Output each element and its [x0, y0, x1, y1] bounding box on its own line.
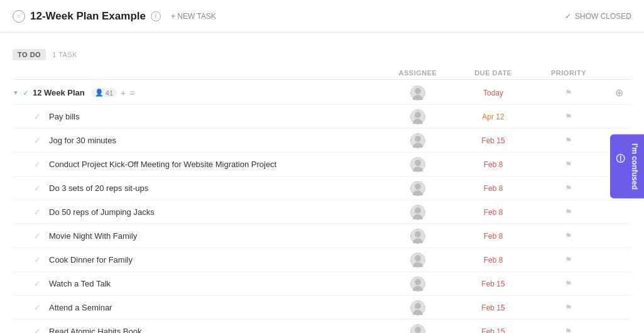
task-name-text: Watch a Ted Talk	[49, 279, 111, 288]
task-check-icon[interactable]: ✓	[34, 136, 44, 145]
parent-actions-cell: ⊕	[606, 87, 631, 99]
task-date-cell: Feb 15	[456, 303, 531, 312]
task-name-text: Pay bills	[49, 112, 79, 121]
task-list: ✓ Pay bills Apr 12 ⚑ ✓ Jog for 30 minute…	[13, 105, 631, 333]
task-assignee-cell	[380, 109, 456, 124]
task-assignee-cell	[380, 133, 456, 148]
task-due-date: Feb 15	[481, 136, 505, 145]
col-header-actions	[606, 69, 631, 77]
task-avatar	[410, 205, 425, 220]
task-date-cell: Feb 8	[456, 160, 531, 169]
task-check-icon[interactable]: ✓	[34, 303, 44, 312]
task-due-date: Feb 8	[484, 160, 503, 169]
table-row: ✓ Conduct Project Kick-Off Meeting for W…	[13, 153, 631, 177]
task-avatar	[410, 276, 425, 292]
task-avatar	[410, 253, 425, 268]
task-avatar	[410, 109, 425, 124]
main-content: TO DO 1 TASK ASSIGNEE DUE DATE PRIORITY …	[0, 33, 644, 333]
add-member-icon[interactable]: +	[121, 88, 126, 98]
task-flag-icon: ⚑	[565, 255, 572, 265]
task-check-icon[interactable]: ✓	[34, 112, 44, 121]
check-label: ✓	[565, 12, 571, 21]
task-date-cell: Feb 15	[456, 136, 531, 145]
task-name-text: Attend a Seminar	[49, 303, 112, 312]
task-check-icon[interactable]: ✓	[34, 207, 44, 217]
task-flag-icon: ⚑	[565, 136, 572, 145]
expand-icon[interactable]: ▼	[13, 89, 19, 96]
col-header-priority: PRIORITY	[531, 69, 606, 77]
task-flag-icon: ⚑	[565, 183, 572, 193]
task-due-date: Feb 8	[484, 256, 503, 265]
task-check-icon[interactable]: ✓	[34, 255, 44, 265]
info-icon[interactable]: i	[151, 11, 161, 21]
task-date-cell: Feb 8	[456, 183, 531, 193]
table-row: ✓ Do 50 reps of Jumping Jacks Feb 8 ⚑	[13, 200, 631, 224]
task-name-cell: ✓ Attend a Seminar	[31, 303, 380, 312]
task-priority-cell: ⚑	[531, 207, 606, 217]
task-due-date: Feb 8	[484, 232, 503, 241]
col-header-assignee: ASSIGNEE	[380, 69, 456, 77]
list-icon[interactable]: ≡	[129, 88, 134, 98]
task-priority-cell: ⚑	[531, 136, 606, 145]
task-name-text: Movie Night With Family	[49, 231, 137, 241]
parent-avatar	[410, 85, 425, 101]
task-check-icon[interactable]: ✓	[34, 160, 44, 169]
task-check-icon[interactable]: ✓	[34, 183, 44, 193]
task-assignee-cell	[380, 324, 456, 334]
task-priority-cell: ⚑	[531, 231, 606, 241]
show-closed-button[interactable]: ✓ SHOW CLOSED	[565, 12, 631, 21]
project-title: 12-Week Plan Example	[30, 10, 146, 23]
task-priority-cell: ⚑	[531, 279, 606, 288]
task-name-cell: ✓ Do 50 reps of Jumping Jacks	[31, 207, 380, 217]
task-check-icon[interactable]: ✓	[34, 279, 44, 288]
task-due-date: Feb 8	[484, 208, 503, 217]
task-due-date: Feb 15	[481, 327, 505, 333]
todo-badge: TO DO	[13, 49, 46, 60]
task-assignee-cell	[380, 300, 456, 315]
task-flag-icon: ⚑	[565, 231, 572, 241]
task-avatar	[410, 324, 425, 334]
task-name-cell: ✓ Jog for 30 minutes	[31, 136, 380, 145]
task-priority-cell: ⚑	[531, 112, 606, 121]
task-name-text: Cook Dinner for Family	[49, 255, 133, 265]
task-assignee-cell	[380, 253, 456, 268]
project-status-icon: ○	[13, 10, 25, 23]
task-due-date: Feb 15	[481, 303, 505, 312]
task-due-date: Feb 8	[484, 184, 503, 193]
task-date-cell: Feb 8	[456, 255, 531, 265]
task-flag-icon: ⚑	[565, 279, 572, 288]
header-left: ○ 12-Week Plan Example i + NEW TASK	[13, 9, 565, 23]
task-date-cell: Apr 12	[456, 112, 531, 121]
task-priority-cell: ⚑	[531, 303, 606, 312]
task-name-text: Jog for 30 minutes	[49, 136, 116, 145]
parent-flag-icon: ⚑	[565, 88, 572, 97]
task-name-text: Do 3 sets of 20 reps sit-ups	[49, 183, 148, 193]
task-assignee-cell	[380, 276, 456, 292]
add-row-icon[interactable]: ⊕	[615, 87, 623, 99]
task-flag-icon: ⚑	[565, 327, 572, 333]
task-avatar	[410, 181, 425, 196]
task-flag-icon: ⚑	[565, 160, 572, 169]
table-row: ✓ Pay bills Apr 12 ⚑	[13, 105, 631, 129]
confused-button[interactable]: ⓘ I'm confused	[610, 134, 644, 199]
task-name-cell: ✓ Movie Night With Family	[31, 231, 380, 241]
task-check-icon[interactable]: ✓	[34, 231, 44, 241]
task-priority-cell: ⚑	[531, 255, 606, 265]
table-row: ✓ Cook Dinner for Family Feb 8 ⚑	[13, 248, 631, 272]
member-count-bubble: 👤 41	[91, 88, 117, 97]
parent-check-icon[interactable]: ✓	[23, 89, 29, 97]
parent-task-name-cell: ▼ ✓ 12 Week Plan 👤 41 + ≡	[13, 88, 380, 98]
table-row: ✓ Watch a Ted Talk Feb 15 ⚑	[13, 272, 631, 296]
new-task-button[interactable]: + NEW TASK	[166, 9, 221, 23]
task-priority-cell: ⚑	[531, 160, 606, 169]
task-avatar	[410, 229, 425, 244]
table-row: ✓ Jog for 30 minutes Feb 15 ⚑	[13, 129, 631, 153]
task-count: 1 TASK	[52, 51, 77, 58]
task-check-icon[interactable]: ✓	[34, 327, 44, 333]
member-count: 41	[106, 89, 113, 97]
task-date-cell: Feb 8	[456, 231, 531, 241]
task-due-date: Feb 15	[481, 280, 505, 288]
table-row: ✓ Do 3 sets of 20 reps sit-ups Feb 8 ⚑	[13, 177, 631, 200]
table-row: ✓ Movie Night With Family Feb 8 ⚑	[13, 224, 631, 248]
confused-icon: ⓘ	[615, 162, 626, 171]
